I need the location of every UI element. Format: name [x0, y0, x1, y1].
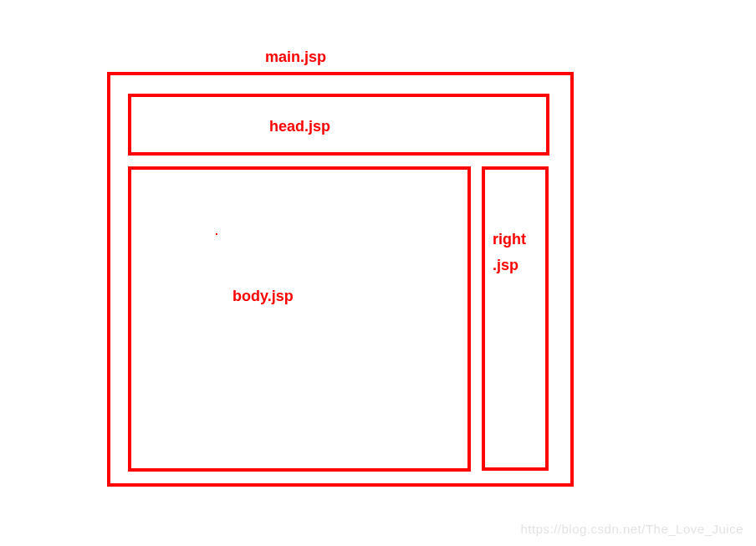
right-jsp-box: [482, 166, 549, 471]
main-jsp-title: main.jsp: [265, 46, 326, 69]
decorative-dot: [216, 233, 217, 235]
body-jsp-box: [128, 166, 471, 472]
csdn-watermark: https://blog.csdn.net/The_Love_Juice: [521, 522, 744, 536]
head-jsp-box: [128, 94, 549, 156]
right-jsp-label-line2: .jsp: [493, 254, 518, 277]
right-jsp-label-line1: right: [493, 228, 526, 251]
head-jsp-label: head.jsp: [269, 115, 330, 138]
body-jsp-label: body.jsp: [232, 285, 294, 308]
